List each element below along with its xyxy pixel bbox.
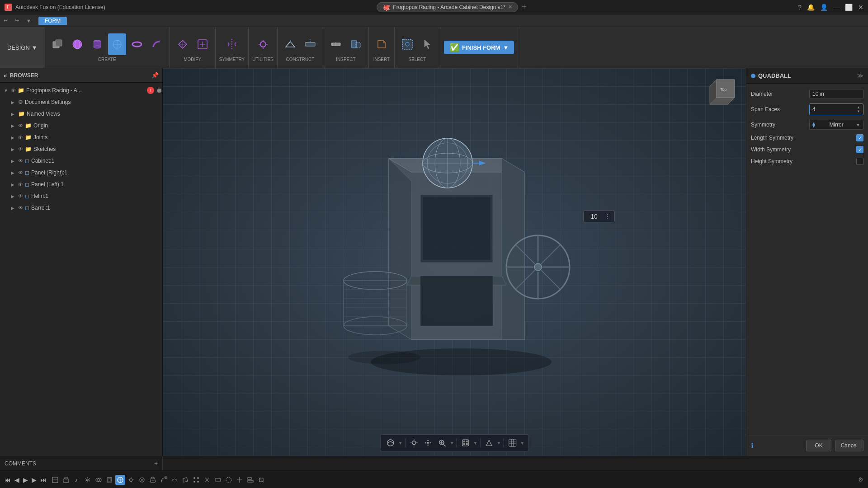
tl-split-icon[interactable] [202,475,212,485]
ok-button[interactable]: OK [806,440,831,451]
select-filter-icon[interactable] [398,33,416,55]
dimension-more-button[interactable]: ⋮ [604,213,611,220]
create-quadball-icon[interactable] [108,33,126,55]
utilities-icon[interactable] [254,33,272,55]
visual-style-tool[interactable] [482,436,495,449]
construct-plane-icon[interactable] [281,33,299,55]
tl-move2-icon[interactable] [235,475,245,485]
cancel-button[interactable]: Cancel [835,440,863,451]
tl-extrude-icon[interactable] [61,475,71,485]
tl-sketch-icon[interactable] [50,475,60,485]
width-symmetry-checkbox[interactable]: ✓ [856,146,863,153]
dimension-value[interactable]: 10 [587,213,601,220]
tree-item-panel-right[interactable]: ▶ 👁 ◻ Panel (Right):1 [0,167,162,178]
eye-icon[interactable]: 👁 [18,123,23,128]
orbit-tool[interactable] [384,436,397,449]
tree-item-sketches[interactable]: ▶ 👁 📁 Sketches [0,143,162,155]
pan-tool[interactable] [422,436,434,449]
tab-close-button[interactable]: ✕ [508,4,512,10]
info-icon[interactable]: ℹ [751,441,754,450]
tree-item-barrel[interactable]: ▶ 👁 ◻ Barrel:1 [0,202,162,214]
tl-shell-icon[interactable] [104,475,114,485]
diameter-value[interactable]: 10 in [809,89,863,99]
tl-combine-icon[interactable] [94,475,104,485]
comments-add-button[interactable]: + [154,460,158,467]
tl-hole-icon[interactable] [137,475,147,485]
minimize-button[interactable]: — [833,4,840,11]
tl-form-icon[interactable] [170,475,179,485]
eye-icon[interactable]: 👁 [18,158,23,164]
eye-icon[interactable]: 👁 [18,135,23,140]
undo-btn[interactable]: ↩ [4,18,8,23]
eye-icon[interactable]: 👁 [18,205,23,211]
timeline-settings-icon[interactable]: ⚙ [858,476,863,483]
height-symmetry-checkbox[interactable] [856,158,863,165]
inspect-analysis-icon[interactable] [347,33,365,55]
tl-form2-icon[interactable] [224,475,234,485]
design-button[interactable]: DESIGN ▼ [0,27,45,68]
create-cylinder-icon[interactable] [88,33,106,55]
modify-edit-icon[interactable] [174,33,192,55]
tl-loft-icon[interactable] [148,475,158,485]
grid-tool-arrow[interactable]: ▼ [520,441,524,446]
eye-icon[interactable]: 👁 [18,182,23,187]
account-icon[interactable]: 👤 [820,4,828,11]
length-symmetry-checkbox[interactable]: ✓ [856,134,863,141]
orientation-cube[interactable]: Top [701,77,737,113]
insert-icon[interactable] [373,33,391,55]
create-torus-icon[interactable] [128,33,146,55]
eye-icon[interactable]: 👁 [18,146,23,152]
tl-align-icon[interactable] [245,475,255,485]
tree-item-doc-settings[interactable]: ▶ ⚙ Document Settings [0,96,162,108]
record-icon[interactable]: ⏺ [156,87,162,94]
viewport[interactable]: 10 ⋮ ▼ ▼ ▼ [163,68,746,456]
close-button[interactable]: ✕ [858,4,863,11]
timeline-prev-button[interactable]: ◀ [14,476,19,483]
finish-form-button[interactable]: ✅ FINISH FORM ▼ [444,41,514,54]
eye-icon[interactable]: 👁 [18,193,23,199]
modify-insert-icon[interactable] [193,33,212,55]
symmetry-icon[interactable] [223,33,241,55]
tl-scale-icon[interactable] [256,475,266,485]
quadball-expand-icon[interactable]: ≫ [857,72,863,79]
dimension-input[interactable]: 10 ⋮ [583,211,615,222]
document-tab[interactable]: 🐙 Frogtopus Racing - Arcade Cabinet Desi… [377,2,518,12]
symmetry-dropdown[interactable]: ⧫ Mirror ▼ [809,120,863,130]
tree-item-root[interactable]: ▼ 👁 📁 Frogtopus Racing - A... ! ⏺ [0,84,162,96]
tree-item-cabinet[interactable]: ▶ 👁 ◻ Cabinet:1 [0,155,162,167]
tree-item-origin[interactable]: ▶ 👁 📁 Origin [0,120,162,131]
grid-tool[interactable] [506,436,519,449]
tl-quadball-icon[interactable] [115,475,125,485]
timeline-end-button[interactable]: ⏭ [40,476,47,483]
tl-fillet-icon[interactable] [72,475,82,485]
maximize-button[interactable]: ⬜ [845,4,853,11]
zoom-tool-arrow[interactable]: ▼ [450,441,454,446]
browser-collapse-icon[interactable]: « [4,72,7,79]
tree-item-joints[interactable]: ▶ 👁 📁 Joints [0,131,162,143]
tl-thicken-icon[interactable] [213,475,223,485]
add-tab-button[interactable]: + [522,2,527,12]
tl-move-icon[interactable] [126,475,136,485]
tree-item-named-views[interactable]: ▶ 📁 Named Views [0,108,162,120]
construct-point-icon[interactable] [301,33,319,55]
undo-history-btn[interactable]: ▼ [26,18,31,23]
tl-chamfer-icon[interactable] [180,475,190,485]
help-icon[interactable]: ? [798,4,802,11]
span-faces-input[interactable]: 4 ▲ ▼ [809,103,863,115]
display-mode-arrow[interactable]: ▼ [473,441,478,446]
tree-item-panel-left[interactable]: ▶ 👁 ◻ Panel (Left):1 [0,178,162,190]
select-cursor-icon[interactable] [418,33,436,55]
tree-item-helm[interactable]: ▶ 👁 ◻ Helm:1 [0,190,162,202]
orbit-tool-arrow[interactable]: ▼ [398,441,403,446]
create-pipe-icon[interactable] [148,33,166,55]
timeline-start-button[interactable]: ⏮ [5,476,11,483]
form-tab[interactable]: FORM [38,17,67,25]
tl-sweep-icon[interactable] [159,475,169,485]
visual-style-arrow[interactable]: ▼ [496,441,501,446]
inspect-measure-icon[interactable] [327,33,345,55]
tl-pattern-icon[interactable] [191,475,201,485]
notification-icon[interactable]: 🔔 [807,4,815,11]
look-tool[interactable] [408,436,420,449]
timeline-play-button[interactable]: ▶ [23,476,28,483]
timeline-next-button[interactable]: ▶ [32,476,37,483]
